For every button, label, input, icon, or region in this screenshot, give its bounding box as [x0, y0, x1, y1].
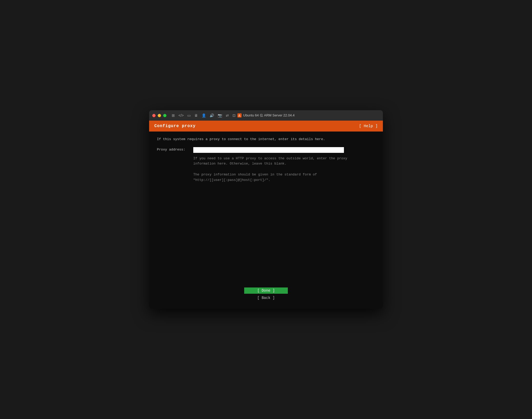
- back-button[interactable]: [ Back ]: [244, 295, 288, 301]
- hint-line4: The proxy information should be given in…: [193, 173, 317, 176]
- description-text: If this system requires a proxy to conne…: [157, 137, 375, 142]
- help-button[interactable]: [ Help ]: [359, 124, 378, 128]
- bottom-buttons: [ Done ] [ Back ]: [149, 282, 383, 309]
- computer-icon[interactable]: 🖥: [194, 113, 198, 117]
- toolbar-icons: ⊞ </> ▭ 🖥 👤 🔊 📷 ⇄ ⊡ ‹: [172, 113, 241, 117]
- window-title: 🖧 Ubuntu 64 位 ARM Server 22.04.4: [237, 113, 295, 118]
- title-bar: ⊞ </> ▭ 🖥 👤 🔊 📷 ⇄ ⊡ ‹ 🖧 Ubuntu 64 位 ARM …: [149, 110, 383, 121]
- camera-icon[interactable]: 📷: [218, 113, 222, 117]
- window-title-text: Ubuntu 64 位 ARM Server 22.04.4: [243, 113, 295, 118]
- hint-line1: If you need to use a HTTP proxy to acces…: [193, 156, 347, 160]
- vm-icon: 🖧: [237, 113, 242, 117]
- mac-window: ⊞ </> ▭ 🖥 👤 🔊 📷 ⇄ ⊡ ‹ 🖧 Ubuntu 64 位 ARM …: [149, 110, 383, 309]
- maximize-button[interactable]: [163, 114, 167, 117]
- traffic-lights: [152, 114, 167, 117]
- page-title: Configure proxy: [154, 124, 196, 128]
- audio-icon[interactable]: 🔊: [210, 113, 214, 117]
- user-icon[interactable]: 👤: [202, 113, 206, 117]
- vm-content: Configure proxy [ Help ] If this system …: [149, 121, 383, 309]
- close-button[interactable]: [152, 114, 156, 117]
- share-icon[interactable]: ⊡: [232, 113, 236, 117]
- proxy-input[interactable]: [193, 147, 344, 153]
- minimize-button[interactable]: [158, 114, 161, 117]
- proxy-row: Proxy address:: [157, 147, 375, 153]
- proxy-label: Proxy address:: [157, 147, 193, 152]
- hint-line2: information here. Otherwise, leave this …: [193, 162, 287, 166]
- hint-text: If you need to use a HTTP proxy to acces…: [193, 156, 375, 183]
- content-area: If this system requires a proxy to conne…: [149, 132, 383, 282]
- display-icon[interactable]: ▭: [187, 113, 191, 117]
- sidebar-icon[interactable]: ⊞: [172, 113, 175, 117]
- usb-icon[interactable]: ⇄: [226, 113, 229, 117]
- header-bar: Configure proxy [ Help ]: [149, 121, 383, 132]
- hint-line5: "http://[[user][:pass]@]host[:port]/".: [193, 178, 270, 182]
- code-icon[interactable]: </>: [178, 113, 184, 117]
- done-button[interactable]: [ Done ]: [244, 287, 288, 294]
